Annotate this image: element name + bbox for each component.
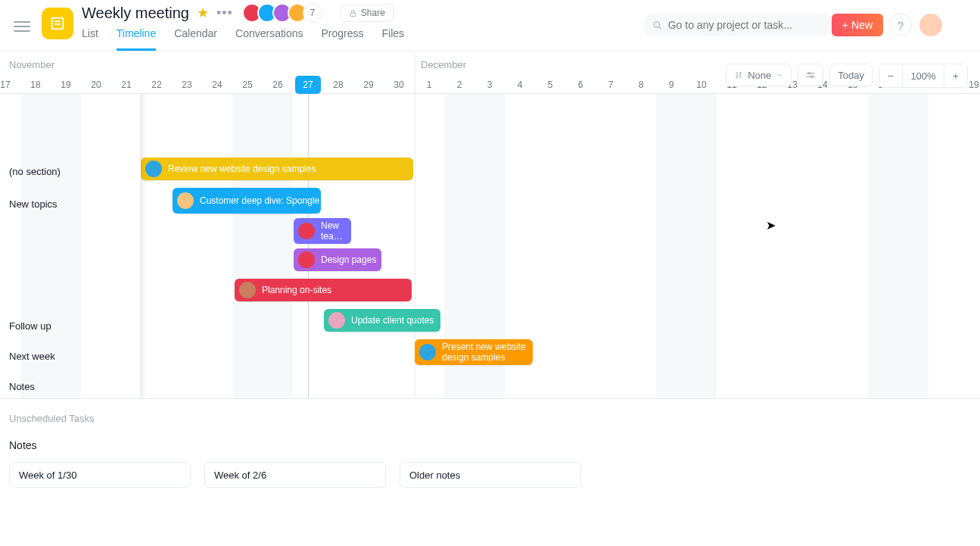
section-label[interactable]: Follow up bbox=[0, 320, 51, 332]
day-cell[interactable]: 7 bbox=[596, 76, 626, 94]
svg-point-9 bbox=[811, 76, 813, 77]
search-icon bbox=[652, 20, 662, 30]
task-label: Customer deep dive: Spongle bbox=[200, 195, 319, 206]
tab-calendar[interactable]: Calendar bbox=[174, 27, 217, 51]
weekend-column bbox=[656, 94, 717, 398]
assignee-avatar bbox=[177, 192, 194, 209]
svg-line-5 bbox=[659, 27, 661, 28]
day-cell[interactable]: 20 bbox=[81, 76, 111, 94]
assignee-avatar bbox=[298, 251, 315, 268]
unscheduled-heading: Unscheduled Tasks bbox=[9, 413, 971, 424]
zoom-control: − 100% + bbox=[879, 64, 968, 88]
sort-dropdown[interactable]: None bbox=[726, 64, 792, 86]
day-cell[interactable]: 17 bbox=[0, 76, 20, 94]
project-title[interactable]: Weekly meeting bbox=[82, 5, 189, 22]
tab-conversations[interactable]: Conversations bbox=[235, 27, 303, 51]
timeline-view-controls: None Today − 100% + bbox=[726, 64, 968, 88]
unscheduled-card[interactable]: Week of 2/6 bbox=[204, 462, 386, 488]
zoom-out-button[interactable]: − bbox=[879, 64, 902, 87]
project-icon[interactable] bbox=[42, 8, 73, 39]
svg-rect-3 bbox=[350, 13, 355, 17]
day-cell[interactable]: 19 bbox=[51, 76, 81, 94]
day-cell[interactable]: 27 bbox=[293, 76, 323, 94]
day-cell[interactable]: 24 bbox=[202, 76, 232, 94]
task-bar[interactable]: Customer deep dive: Spongle bbox=[173, 188, 321, 214]
day-cell[interactable]: 29 bbox=[353, 76, 384, 94]
section-label[interactable]: Notes bbox=[0, 381, 35, 392]
day-cell[interactable]: 3 bbox=[474, 76, 505, 94]
day-cell[interactable]: 4 bbox=[505, 76, 535, 94]
day-cell[interactable]: 2 bbox=[444, 76, 474, 94]
section-label[interactable]: Next week bbox=[0, 351, 55, 362]
more-options-icon[interactable]: ••• bbox=[216, 5, 233, 21]
timeline-grid[interactable]: Review new website design samplesCustome… bbox=[0, 94, 980, 398]
section-label[interactable]: (no section) bbox=[0, 166, 61, 177]
unscheduled-panel: Unscheduled Tasks Notes Week of 1/30Week… bbox=[0, 398, 980, 546]
star-icon[interactable]: ★ bbox=[197, 5, 209, 21]
day-cell[interactable]: 10 bbox=[686, 76, 717, 94]
svg-point-7 bbox=[808, 73, 810, 74]
tab-list[interactable]: List bbox=[82, 27, 98, 51]
section-label[interactable]: New topics bbox=[0, 198, 58, 210]
assignee-avatar bbox=[239, 282, 256, 298]
assignee-avatar bbox=[145, 161, 162, 177]
task-bar[interactable]: New tea… bbox=[294, 218, 351, 244]
search-input[interactable] bbox=[668, 19, 823, 31]
weekend-column bbox=[868, 94, 929, 398]
task-bar[interactable]: Present new website design samples bbox=[415, 339, 533, 365]
day-cell[interactable]: 23 bbox=[172, 76, 202, 94]
weekend-column bbox=[232, 94, 293, 398]
task-bar[interactable]: Design pages bbox=[294, 248, 381, 271]
zoom-level[interactable]: 100% bbox=[902, 64, 944, 87]
member-overflow-count[interactable]: 7 bbox=[303, 3, 322, 23]
day-cell[interactable]: 5 bbox=[535, 76, 565, 94]
tab-progress[interactable]: Progress bbox=[322, 27, 364, 51]
day-cell[interactable]: 30 bbox=[384, 76, 414, 94]
day-cell[interactable]: 21 bbox=[111, 76, 142, 94]
menu-icon[interactable] bbox=[14, 18, 30, 35]
day-cell[interactable]: 6 bbox=[565, 76, 596, 94]
share-button[interactable]: Share bbox=[341, 4, 394, 22]
assignee-avatar bbox=[328, 312, 345, 329]
help-button[interactable]: ? bbox=[889, 14, 912, 36]
timeline-area: November December 1718192021222324252627… bbox=[0, 51, 980, 398]
new-button[interactable]: + New bbox=[832, 14, 883, 36]
day-cell[interactable]: 9 bbox=[656, 76, 686, 94]
chevron-down-icon bbox=[776, 71, 783, 79]
project-tabs: ListTimelineCalendarConversationsProgres… bbox=[82, 27, 404, 51]
day-cell[interactable]: 28 bbox=[323, 76, 353, 94]
sliders-icon bbox=[804, 70, 817, 80]
tab-files[interactable]: Files bbox=[382, 27, 405, 51]
member-avatars[interactable]: 7 bbox=[247, 3, 322, 23]
task-bar[interactable]: Review new website design samples bbox=[141, 158, 413, 180]
task-label: Update client quotes bbox=[351, 315, 434, 326]
day-cell[interactable]: 8 bbox=[626, 76, 656, 94]
zoom-in-button[interactable]: + bbox=[944, 64, 967, 87]
plus-icon: + bbox=[842, 19, 848, 31]
today-indicator bbox=[308, 94, 309, 398]
unscheduled-card[interactable]: Week of 1/30 bbox=[9, 462, 191, 488]
tab-timeline[interactable]: Timeline bbox=[117, 27, 156, 51]
task-bar[interactable]: Planning on-sites bbox=[235, 279, 412, 301]
search-box[interactable] bbox=[643, 14, 832, 36]
day-cell[interactable]: 25 bbox=[232, 76, 263, 94]
task-label: Present new website design samples bbox=[442, 342, 533, 363]
lock-icon bbox=[349, 9, 357, 17]
day-cell[interactable]: 22 bbox=[142, 76, 172, 94]
day-cell[interactable]: 18 bbox=[20, 76, 51, 94]
filter-button[interactable] bbox=[798, 64, 823, 86]
day-cell[interactable]: 26 bbox=[263, 76, 293, 94]
day-cell[interactable]: 1 bbox=[414, 76, 444, 94]
today-button[interactable]: Today bbox=[829, 64, 873, 86]
task-bar[interactable]: Update client quotes bbox=[324, 309, 440, 332]
task-label: Planning on-sites bbox=[262, 285, 331, 295]
task-label: Review new website design samples bbox=[168, 164, 316, 174]
unscheduled-card[interactable]: Older notes bbox=[400, 462, 581, 488]
current-user-avatar[interactable] bbox=[919, 14, 942, 36]
svg-point-4 bbox=[654, 22, 659, 27]
top-bar: Weekly meeting ★ ••• 7 Share ListTimelin… bbox=[0, 0, 980, 51]
month-label-right: December bbox=[421, 59, 466, 70]
notes-heading: Notes bbox=[9, 439, 971, 451]
sort-icon bbox=[734, 70, 743, 80]
month-label-left: November bbox=[9, 59, 54, 70]
